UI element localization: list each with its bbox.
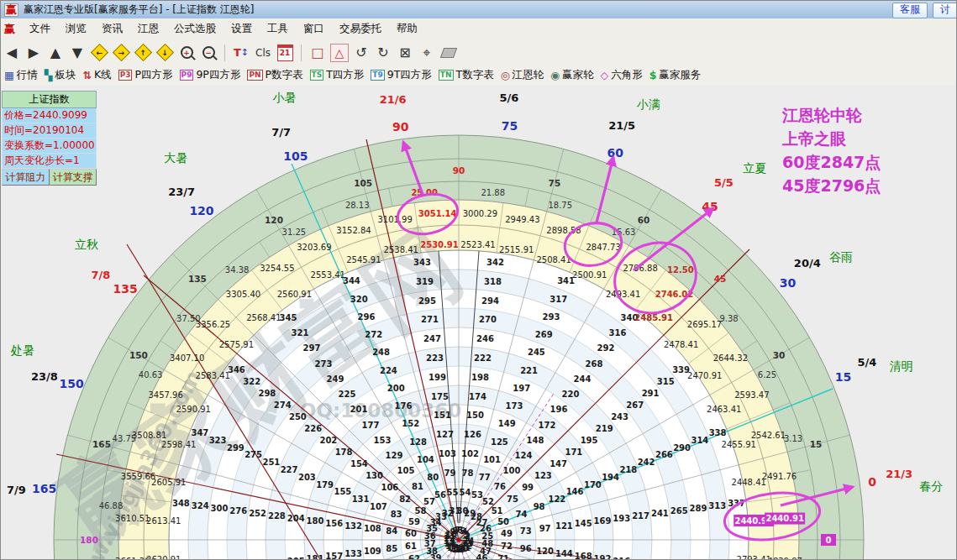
svg-text:30: 30 xyxy=(780,276,797,290)
menu-item-6[interactable]: 工具 xyxy=(260,22,296,36)
pan-right-icon[interactable]: → xyxy=(111,43,131,63)
view-button-t-square[interactable]: TST四方形 xyxy=(310,68,365,82)
view-button-9t-square[interactable]: T99T四方形 xyxy=(371,68,432,82)
svg-text:2542.61: 2542.61 xyxy=(751,431,786,440)
nav-left-icon[interactable]: ◀ xyxy=(2,43,22,63)
menu-item-3[interactable]: 江恩 xyxy=(130,22,166,36)
panel-row-2: 变换系数=1.00000 xyxy=(2,139,97,154)
svg-text:109: 109 xyxy=(364,547,381,556)
menu-item-5[interactable]: 设置 xyxy=(223,22,260,36)
annotation-line: 上帝之眼 xyxy=(782,127,954,150)
menu-item-7[interactable]: 窗口 xyxy=(296,22,332,36)
svg-text:249: 249 xyxy=(327,374,344,384)
view-button-winner-service[interactable]: $赢家服务 xyxy=(649,68,702,82)
gann-wheel-chart[interactable]: 赢家财富网www.yingjia360.comQQ:10080036012345… xyxy=(1,85,957,560)
svg-text:157: 157 xyxy=(325,552,343,560)
eraser-icon[interactable] xyxy=(439,43,459,63)
svg-text:85: 85 xyxy=(386,544,397,553)
menu-item-9[interactable]: 帮助 xyxy=(389,22,425,36)
svg-text:104: 104 xyxy=(417,455,434,464)
client-service-button[interactable]: 客服 xyxy=(892,3,928,18)
calc-support-button[interactable]: 计算支撑 xyxy=(50,169,97,186)
menu-item-0[interactable]: 文件 xyxy=(22,22,58,36)
nav-up-icon[interactable]: ▲ xyxy=(45,43,66,63)
view-button-winner-wheel[interactable]: ◉赢家轮 xyxy=(550,68,593,82)
menu-item-2[interactable]: 资讯 xyxy=(94,22,130,36)
svg-text:3407.10: 3407.10 xyxy=(170,353,204,363)
view-button-9p-square[interactable]: P99P四方形 xyxy=(180,68,241,82)
triangle-tool-icon[interactable]: △ xyxy=(329,43,350,63)
calendar-icon[interactable]: 21 xyxy=(275,43,295,63)
svg-text:133: 133 xyxy=(344,549,362,558)
center-target-icon[interactable]: ⌖ xyxy=(417,43,437,63)
pan-left-icon[interactable]: ← xyxy=(89,43,109,63)
zoom-out-icon[interactable]: − xyxy=(198,43,218,63)
svg-text:196: 196 xyxy=(550,405,568,414)
svg-text:179: 179 xyxy=(316,480,334,489)
svg-text:226: 226 xyxy=(304,424,322,433)
svg-text:2793.41: 2793.41 xyxy=(737,555,771,560)
view-button-p-number-table[interactable]: PNP数字表 xyxy=(247,68,302,82)
view-button-p-square[interactable]: P3P四方形 xyxy=(118,68,173,82)
svg-text:2593.47: 2593.47 xyxy=(734,390,769,400)
svg-text:3152.84: 3152.84 xyxy=(336,226,371,235)
svg-text:300: 300 xyxy=(211,504,229,513)
svg-text:127: 127 xyxy=(436,430,454,439)
partial-button[interactable]: 讨 xyxy=(933,3,957,18)
pan-up-icon[interactable]: ↑ xyxy=(133,43,153,63)
svg-text:106: 106 xyxy=(381,483,398,492)
pan-down-icon[interactable]: ↓ xyxy=(155,43,175,63)
box-select-icon[interactable]: ⊠ xyxy=(395,43,415,63)
svg-text:150: 150 xyxy=(466,411,484,420)
zoom-in-icon[interactable]: + xyxy=(176,43,197,63)
svg-text:201: 201 xyxy=(350,405,368,414)
svg-text:316: 316 xyxy=(609,328,627,338)
svg-text:7/8: 7/8 xyxy=(92,269,111,281)
time-scale-icon[interactable]: T↕ xyxy=(231,43,251,63)
svg-text:79: 79 xyxy=(444,468,456,478)
svg-text:267: 267 xyxy=(626,400,644,410)
square-tool-icon[interactable]: □ xyxy=(308,43,328,63)
rotate-cw-icon[interactable]: ↻ xyxy=(373,43,393,63)
svg-text:146: 146 xyxy=(566,487,584,496)
svg-text:250: 250 xyxy=(289,412,307,421)
svg-text:265: 265 xyxy=(670,506,688,516)
svg-text:275: 275 xyxy=(245,450,262,459)
p-number-table-badge-icon: PN xyxy=(247,70,262,81)
view-button-kline[interactable]: ⇅K线 xyxy=(82,68,111,82)
svg-text:120: 120 xyxy=(536,547,554,556)
menu-item-8[interactable]: 交易委托 xyxy=(332,22,389,36)
svg-text:218: 218 xyxy=(619,465,637,474)
nav-right-icon[interactable]: ▶ xyxy=(24,43,44,63)
svg-text:21/5: 21/5 xyxy=(608,119,635,132)
svg-text:81: 81 xyxy=(412,482,423,491)
view-button-sectors[interactable]: ▚板块 xyxy=(45,68,76,82)
view-button-t-number-table[interactable]: TNT数字表 xyxy=(439,68,494,82)
calc-resistance-button[interactable]: 计算阻力 xyxy=(2,169,50,186)
svg-text:2491.76: 2491.76 xyxy=(762,472,797,481)
view-button-quotes[interactable]: ▦行情 xyxy=(4,68,38,82)
svg-text:75: 75 xyxy=(507,495,518,504)
menu-item-1[interactable]: 浏览 xyxy=(58,22,94,36)
menu-item-4[interactable]: 公式选股 xyxy=(166,22,223,36)
view-button-gann-wheel[interactable]: ◎江恩轮 xyxy=(501,68,544,82)
svg-text:54: 54 xyxy=(460,488,471,497)
svg-text:165: 165 xyxy=(92,439,111,449)
svg-text:97: 97 xyxy=(539,524,551,533)
svg-text:274: 274 xyxy=(274,400,292,410)
rotate-ccw-icon[interactable]: ↺ xyxy=(351,43,371,63)
nav-down-icon[interactable]: ▼ xyxy=(67,43,87,63)
svg-text:347: 347 xyxy=(191,428,208,437)
svg-text:192: 192 xyxy=(594,554,612,560)
panel-row-0: 价格=2440.9099 xyxy=(2,108,97,123)
svg-text:225: 225 xyxy=(339,390,356,399)
menu-bar: 赢 文件浏览资讯江恩公式选股设置工具窗口交易委托帮助 xyxy=(1,18,957,40)
svg-text:3610.51: 3610.51 xyxy=(115,514,150,523)
cls-button[interactable]: Cls xyxy=(253,43,273,63)
view-button-hexagon[interactable]: ◇六角形 xyxy=(601,68,643,82)
title-bar[interactable]: 赢 赢家江恩专业版[赢家服务平台] - [上证指数 江恩轮] 客服 讨 xyxy=(1,1,957,19)
svg-text:338: 338 xyxy=(709,428,727,437)
svg-text:34.38: 34.38 xyxy=(225,265,250,275)
svg-text:203: 203 xyxy=(298,473,316,482)
symbol-name: 上证指数 xyxy=(2,91,97,108)
